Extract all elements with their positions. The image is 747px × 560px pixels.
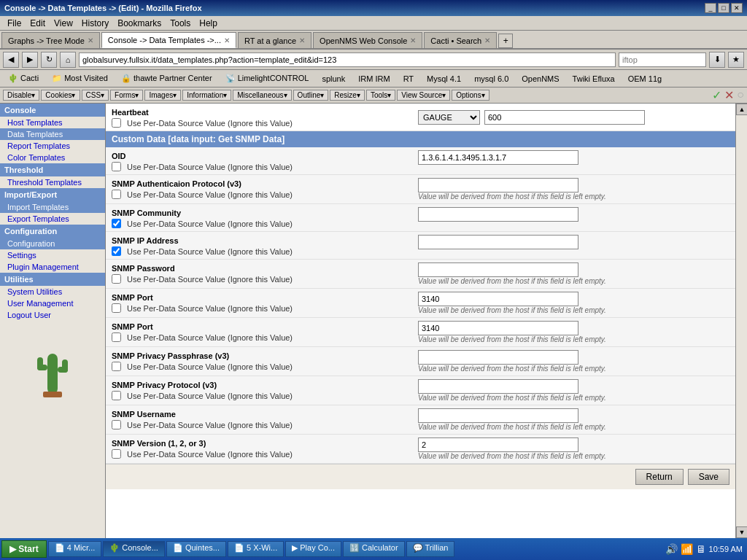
- address-input[interactable]: [79, 52, 616, 67]
- snmp-privacy-pass-input[interactable]: [418, 350, 578, 365]
- bookmark-thawte[interactable]: 🔒 thawte Partner Center: [116, 72, 217, 85]
- oid-input[interactable]: [418, 150, 578, 165]
- tab-cacti-search-close[interactable]: ✕: [484, 36, 490, 44]
- sidebar-item-system-utilities[interactable]: System Utilities: [0, 286, 105, 298]
- maximize-button[interactable]: □: [718, 3, 729, 13]
- taskbar-item-quintes[interactable]: 📄 Quintes...: [166, 541, 226, 557]
- sidebar-item-settings[interactable]: Settings: [0, 249, 105, 261]
- bookmark-opennms[interactable]: OpenNMS: [516, 73, 564, 85]
- taskbar-item-micr[interactable]: 📄 4 Micr...: [48, 541, 102, 557]
- minimize-button[interactable]: _: [705, 3, 716, 13]
- bookmark-splunk[interactable]: splunk: [317, 73, 350, 85]
- tab-rt-close[interactable]: ✕: [299, 36, 305, 44]
- sidebar-item-import-templates[interactable]: Import Templates: [0, 201, 105, 213]
- new-tab-button[interactable]: +: [498, 34, 513, 48]
- scroll-track[interactable]: [736, 115, 747, 526]
- download-button[interactable]: ⬇: [709, 52, 725, 68]
- bookmark-most-visited[interactable]: 📁 Most Visited: [47, 72, 113, 85]
- snmp-port-1-input[interactable]: [418, 292, 578, 306]
- bookmark-irm[interactable]: IRM IRM: [353, 73, 395, 85]
- snmp-version-input[interactable]: [418, 438, 578, 452]
- ext-forms[interactable]: Forms▾: [110, 90, 143, 101]
- return-button[interactable]: Return: [635, 469, 684, 485]
- ext-css[interactable]: CSS▾: [82, 90, 109, 101]
- taskbar-item-playco[interactable]: ▶ Play Co...: [285, 541, 341, 557]
- tab-graphs-tree[interactable]: Graphs -> Tree Mode ✕: [1, 32, 100, 48]
- snmp-community-input[interactable]: [418, 207, 578, 222]
- ext-images[interactable]: Images▾: [144, 90, 181, 101]
- tab-console-data-templates[interactable]: Console -> Data Templates ->... ✕: [101, 32, 236, 48]
- bookmark-mysql41[interactable]: Mysql 4.1: [422, 73, 466, 85]
- ext-information[interactable]: Information▾: [182, 90, 231, 101]
- snmp-ip-checkbox[interactable]: [112, 246, 121, 256]
- sidebar-item-host-templates[interactable]: Host Templates: [0, 117, 105, 128]
- bookmark-cacti[interactable]: 🌵 Cacti: [3, 72, 44, 85]
- sidebar-item-configuration[interactable]: Configuration: [0, 238, 105, 249]
- bookmark-rt[interactable]: RT: [398, 73, 419, 85]
- ext-check-icon[interactable]: ✓: [712, 88, 721, 102]
- bookmark-button[interactable]: ★: [728, 52, 744, 68]
- snmp-version-checkbox[interactable]: [112, 449, 121, 459]
- reload-button[interactable]: ↻: [41, 52, 57, 68]
- ext-x-icon[interactable]: ✕: [724, 88, 734, 102]
- snmp-auth-protocol-input[interactable]: [418, 178, 578, 192]
- ext-disable[interactable]: Disable▾: [3, 90, 39, 101]
- sidebar-item-data-templates[interactable]: Data Templates: [0, 128, 105, 140]
- snmp-port-2-input[interactable]: [418, 321, 578, 335]
- taskbar-item-xwi[interactable]: 📄 5 X-Wi...: [228, 541, 284, 557]
- home-button[interactable]: ⌂: [60, 52, 76, 68]
- snmp-password-checkbox[interactable]: [112, 274, 121, 284]
- menu-history[interactable]: History: [77, 17, 113, 30]
- menu-tools[interactable]: Tools: [166, 17, 195, 30]
- ext-options[interactable]: Options▾: [452, 90, 489, 101]
- bookmark-oem[interactable]: OEM 11g: [623, 73, 667, 85]
- bookmark-limelight[interactable]: 📡 LimelightCONTROL: [220, 72, 314, 85]
- snmp-privacy-protocol-checkbox[interactable]: [112, 391, 121, 400]
- tab-cacti-search[interactable]: Cacti • Search ✕: [424, 32, 497, 48]
- start-button[interactable]: ▶ Start: [1, 540, 47, 558]
- menu-edit[interactable]: Edit: [26, 17, 50, 30]
- search-input[interactable]: [619, 52, 706, 67]
- sidebar-item-color-templates[interactable]: Color Templates: [0, 152, 105, 163]
- ext-outline[interactable]: Outline▾: [293, 90, 329, 101]
- taskbar-item-calculator[interactable]: 🔢 Calculator: [343, 541, 405, 557]
- sidebar-item-plugin-management[interactable]: Plugin Management: [0, 261, 105, 273]
- forward-button[interactable]: ▶: [22, 52, 38, 68]
- heartbeat-input[interactable]: [484, 110, 645, 125]
- snmp-privacy-protocol-input[interactable]: [418, 379, 578, 394]
- sidebar-item-report-templates[interactable]: Report Templates: [0, 140, 105, 152]
- snmp-auth-protocol-checkbox[interactable]: [112, 190, 121, 199]
- ext-cookies[interactable]: Cookies▾: [41, 90, 80, 101]
- snmp-port-2-checkbox[interactable]: [112, 332, 121, 342]
- snmp-ip-input[interactable]: [418, 235, 578, 249]
- scrollbar[interactable]: ▲ ▼: [735, 104, 747, 538]
- oid-checkbox[interactable]: [112, 162, 121, 171]
- menu-view[interactable]: View: [50, 17, 77, 30]
- menu-file[interactable]: File: [3, 17, 26, 30]
- back-button[interactable]: ◀: [3, 52, 19, 68]
- bookmark-twiki[interactable]: Twiki Efluxa: [568, 73, 620, 85]
- tab-opennms[interactable]: OpenNMS Web Console ✕: [313, 32, 422, 48]
- ext-resize[interactable]: Resize▾: [330, 90, 365, 101]
- ext-view-source[interactable]: View Source▾: [397, 90, 450, 101]
- tab-graphs-tree-close[interactable]: ✕: [88, 36, 93, 44]
- sidebar-item-logout[interactable]: Logout User: [0, 309, 105, 321]
- scroll-up-button[interactable]: ▲: [736, 104, 747, 115]
- menu-help[interactable]: Help: [195, 17, 222, 30]
- snmp-username-input[interactable]: [418, 408, 578, 423]
- close-button[interactable]: ✕: [731, 3, 743, 13]
- ext-misc[interactable]: Miscellaneous▾: [233, 90, 291, 101]
- snmp-port-1-checkbox[interactable]: [112, 303, 121, 313]
- tab-rt[interactable]: RT at a glance ✕: [238, 32, 311, 48]
- taskbar-item-console[interactable]: 🌵 Console...: [103, 541, 165, 557]
- snmp-privacy-pass-checkbox[interactable]: [112, 362, 121, 371]
- bookmark-mysql60[interactable]: mysql 6.0: [469, 73, 514, 85]
- gauge-select[interactable]: GAUGE COUNTER DERIVE ABSOLUTE: [418, 110, 480, 125]
- sidebar-item-export-templates[interactable]: Export Templates: [0, 213, 105, 225]
- tab-console-close[interactable]: ✕: [224, 36, 230, 44]
- taskbar-item-trillian[interactable]: 💬 Trillian: [406, 541, 455, 557]
- save-button[interactable]: Save: [688, 469, 729, 485]
- snmp-password-input[interactable]: [418, 262, 578, 277]
- sidebar-item-threshold-templates[interactable]: Threshold Templates: [0, 176, 105, 188]
- snmp-community-checkbox[interactable]: [112, 219, 121, 228]
